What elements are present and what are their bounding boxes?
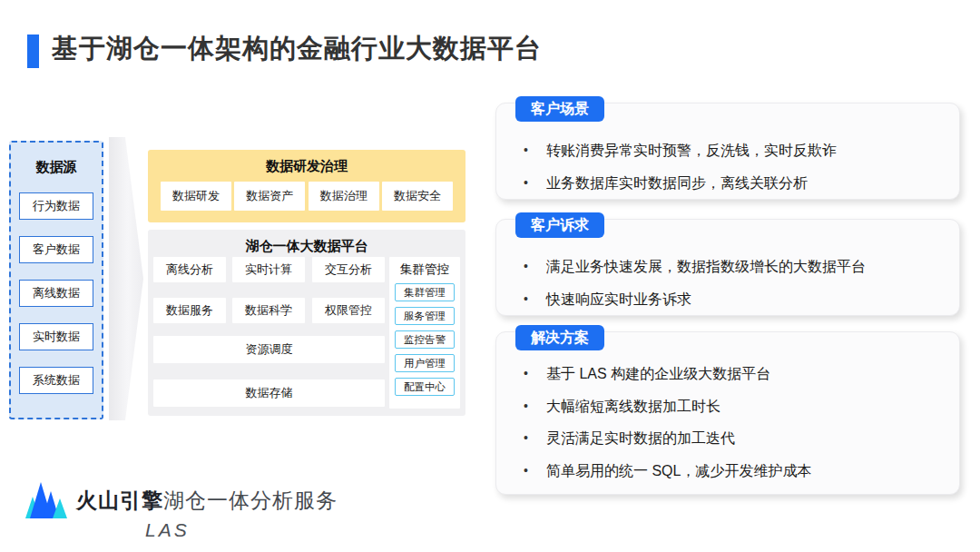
product-name: 湖仓一体分析服务: [163, 488, 338, 512]
bullet-item: 基于 LAS 构建的企业级大数据平台: [496, 358, 959, 390]
data-source-item: 实时数据: [19, 323, 93, 350]
platform-module: 实时计算: [232, 257, 305, 282]
bullet-item: 简单易用的统一 SQL，减少开发维护成本: [496, 455, 959, 488]
governance-item: 数据安全: [382, 182, 453, 211]
governance-item: 数据资产: [234, 182, 305, 211]
governance-item: 数据治理: [309, 182, 379, 211]
bullet-item: 满足业务快速发展，数据指数级增长的大数据平台: [496, 251, 959, 283]
governance-section: 数据研发治理 数据研发 数据资产 数据治理 数据安全: [148, 150, 466, 222]
governance-item: 数据研发: [161, 182, 231, 211]
page-title: 基于湖仓一体架构的金融行业大数据平台: [52, 31, 542, 67]
volcengine-logo-icon: [25, 480, 71, 520]
data-source-item: 客户数据: [19, 236, 93, 263]
solution-bullets: 基于 LAS 构建的企业级大数据平台 大幅缩短离线数据加工时长 灵活满足实时数据…: [496, 332, 959, 487]
customer-demand-badge: 客户诉求: [515, 212, 604, 238]
platform-module: 数据服务: [153, 298, 226, 323]
bullet-item: 转账消费异常实时预警，反洗钱，实时反欺诈: [496, 134, 959, 167]
brand-name: 火山引擎: [76, 488, 163, 512]
solution-badge: 解决方案: [515, 325, 604, 350]
bullet-item: 大幅缩短离线数据加工时长: [496, 390, 959, 423]
platform-module-wide: 资源调度: [153, 336, 385, 363]
data-sources-panel: 数据源 行为数据 客户数据 离线数据 实时数据 系统数据: [9, 141, 103, 419]
governance-title: 数据研发治理: [148, 150, 466, 175]
brand-line: 火山引擎湖仓一体分析服务: [76, 487, 338, 515]
cluster-control-item: 服务管理: [395, 307, 455, 325]
product-abbr: LAS: [145, 519, 190, 541]
customer-scenario-badge: 客户场景: [515, 96, 604, 122]
bullet-item: 业务数据库实时数据同步，离线关联分析: [496, 167, 959, 200]
platform-module: 交互分析: [312, 257, 385, 282]
data-sources-title: 数据源: [11, 159, 102, 176]
solution-card: 解决方案 基于 LAS 构建的企业级大数据平台 大幅缩短离线数据加工时长 灵活满…: [495, 331, 960, 495]
customer-demand-card: 客户诉求 满足业务快速发展，数据指数级增长的大数据平台 快速响应实时业务诉求: [495, 219, 960, 316]
data-source-item: 离线数据: [19, 280, 93, 307]
bullet-item: 灵活满足实时数据的加工迭代: [496, 422, 959, 455]
data-source-item: 系统数据: [19, 367, 93, 394]
cluster-control-item: 用户管理: [395, 354, 455, 372]
cluster-control-title: 集群管控: [389, 257, 460, 278]
flow-arrow: [103, 136, 147, 421]
platform-module: 权限管控: [312, 298, 385, 323]
customer-scenario-card: 客户场景 转账消费异常实时预警，反洗钱，实时反欺诈 业务数据库实时数据同步，离线…: [495, 103, 960, 200]
cluster-control-panel: 集群管控 集群管理 服务管理 监控告警 用户管理 配置中心: [389, 257, 460, 409]
platform-module: 数据科学: [232, 298, 305, 323]
platform-title: 湖仓一体大数据平台: [148, 230, 466, 255]
platform-section: 湖仓一体大数据平台 离线分析 实时计算 交互分析 数据服务 数据科学 权限管控 …: [148, 230, 466, 416]
data-source-item: 行为数据: [19, 192, 93, 220]
platform-module: 离线分析: [153, 257, 226, 282]
platform-module-wide: 数据存储: [153, 380, 385, 407]
cluster-control-item: 监控告警: [395, 330, 455, 349]
governance-row: 数据研发 数据资产 数据治理 数据安全: [148, 182, 466, 211]
cluster-control-item: 集群管理: [395, 283, 455, 301]
title-accent-bar: [27, 34, 39, 68]
cluster-control-item: 配置中心: [395, 378, 455, 396]
bullet-item: 快速响应实时业务诉求: [496, 283, 959, 316]
